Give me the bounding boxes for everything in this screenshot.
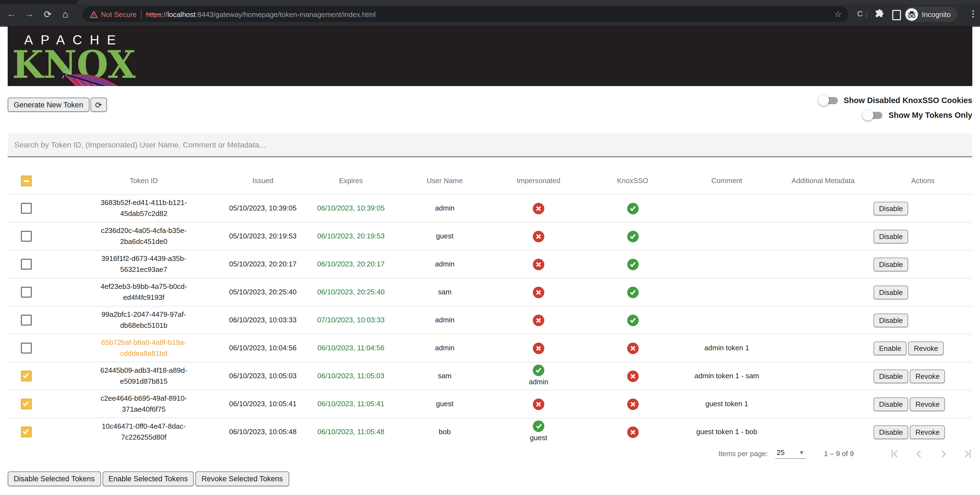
token-table-row: 99a2bfc1-2047-4479-97af-db68ebc5101b 06/…	[8, 306, 972, 334]
knoxsso-yes-icon	[627, 230, 638, 242]
disable-token-button[interactable]: Disable	[873, 201, 908, 215]
impersonated-user: guest	[530, 433, 547, 443]
url-separator: ://	[161, 10, 167, 18]
screen: ← → ⟳ ⌂ Not Secure https :// localhost :…	[0, 0, 980, 495]
row-checkbox[interactable]	[21, 315, 32, 325]
row-actions: DisableRevoke	[872, 397, 972, 411]
token-id: 10c46471-0ff0-4e47-8dac-7c226255d80f	[97, 421, 190, 443]
user-name: guest	[436, 231, 453, 242]
row-checkbox[interactable]	[21, 287, 32, 298]
bulk-actions: Disable Selected Tokens Enable Selected …	[8, 471, 291, 486]
items-per-page-label: Items per page:	[718, 449, 768, 458]
comment: admin token 1	[704, 343, 749, 354]
disable-token-button[interactable]: Disable	[873, 229, 908, 243]
impersonated-yes-icon	[533, 420, 544, 432]
show-disabled-knoxsso-toggle[interactable]	[819, 97, 838, 104]
revoke-token-button[interactable]: Revoke	[910, 397, 945, 411]
token-table-row: 3683b52f-ed41-411b-b121-45dab57c2d82 05/…	[8, 194, 972, 222]
disable-token-button[interactable]: Disable	[873, 285, 908, 299]
apache-feather-icon	[62, 71, 138, 86]
select-all-checkbox[interactable]	[21, 175, 32, 186]
impersonated-no-icon	[533, 203, 544, 214]
row-checkbox[interactable]	[21, 343, 32, 354]
disable-token-button[interactable]: Disable	[873, 313, 908, 327]
home-icon[interactable]: ⌂	[58, 6, 72, 22]
disable-token-button[interactable]: Disable	[873, 397, 908, 411]
token-id: 3683b52f-ed41-411b-b121-45dab57c2d82	[97, 197, 190, 219]
issued-date: 06/10/2023, 10:04:56	[229, 343, 297, 354]
user-name: guest	[436, 398, 453, 409]
token-table-row: 10c46471-0ff0-4e47-8dac-7c226255d80f 06/…	[8, 418, 972, 446]
url-scheme: https	[146, 10, 161, 18]
row-checkbox[interactable]	[21, 427, 32, 438]
expires-date: 06/10/2023, 10:39:05	[317, 203, 385, 214]
active-tab[interactable]	[0, 0, 78, 5]
last-page-icon[interactable]	[963, 449, 972, 459]
extension-c-icon[interactable]: C⋮	[857, 9, 870, 18]
disable-token-button[interactable]: Disable	[873, 425, 908, 439]
col-header-impersonated: Impersonated	[492, 175, 585, 186]
impersonated-no-icon	[533, 342, 544, 354]
row-checkbox[interactable]	[21, 259, 32, 270]
token-table-body: 3683b52f-ed41-411b-b121-45dab57c2d82 05/…	[8, 194, 972, 446]
row-checkbox[interactable]	[21, 371, 32, 382]
token-id: c236d20c-4a05-4cfa-b35e-2ba6dc451de0	[97, 225, 190, 248]
issued-date: 06/10/2023, 10:05:48	[229, 427, 297, 438]
row-actions: DisableRevoke	[872, 425, 972, 439]
forward-icon[interactable]: →	[22, 6, 36, 22]
user-name: sam	[438, 371, 451, 382]
user-name: admin	[435, 203, 455, 214]
address-bar[interactable]: Not Secure https :// localhost :8443/gat…	[82, 6, 848, 22]
back-icon[interactable]: ←	[5, 6, 19, 22]
issued-date: 06/10/2023, 10:03:33	[229, 315, 297, 325]
enable-selected-tokens-button[interactable]: Enable Selected Tokens	[102, 471, 194, 486]
token-table-row: 65b72baf-b8a0-4a8f-b19a-cdddea8a81bd 06/…	[8, 334, 972, 362]
toggle-label: Show My Tokens Only	[888, 111, 972, 119]
revoke-token-button[interactable]: Revoke	[910, 425, 945, 439]
incognito-icon	[905, 8, 918, 21]
col-header-comment: Comment	[680, 175, 774, 186]
knoxsso-no-icon	[627, 370, 638, 382]
first-page-icon[interactable]	[890, 449, 900, 459]
generate-new-token-button[interactable]: Generate New Token	[8, 98, 89, 112]
col-header-knoxsso: KnoxSSO	[585, 175, 680, 186]
incognito-badge: Incognito	[904, 6, 958, 22]
impersonated-no-icon	[533, 230, 544, 242]
revoke-token-button[interactable]: Revoke	[908, 341, 943, 355]
impersonated-no-icon	[533, 398, 544, 410]
issued-date: 05/10/2023, 20:20:17	[229, 259, 297, 270]
disable-selected-tokens-button[interactable]: Disable Selected Tokens	[8, 471, 101, 486]
table-header-row: Token ID Issued Expires User Name Impers…	[8, 168, 972, 194]
previous-page-icon[interactable]	[914, 449, 924, 459]
not-secure-label: Not Secure	[101, 10, 137, 18]
show-my-tokens-toggle[interactable]	[864, 111, 882, 119]
row-checkbox[interactable]	[21, 231, 32, 242]
revoke-selected-tokens-button[interactable]: Revoke Selected Tokens	[195, 471, 289, 486]
impersonated-user: admin	[529, 377, 549, 387]
disable-token-button[interactable]: Disable	[873, 369, 908, 383]
reload-icon[interactable]: ⟳	[41, 6, 55, 22]
user-name: bob	[439, 427, 450, 438]
impersonated-yes: guest	[530, 420, 547, 443]
revoke-token-button[interactable]: Revoke	[910, 369, 945, 383]
row-actions: EnableRevoke	[872, 341, 972, 355]
items-per-page-value: 25	[777, 448, 785, 457]
disable-token-button[interactable]: Disable	[873, 257, 908, 271]
comment: guest token 1 - bob	[696, 427, 757, 438]
search-input[interactable]	[8, 133, 972, 156]
apache-knox-header: APACHE KNOX	[8, 26, 972, 86]
browser-menu-icon[interactable]: ⋮	[969, 9, 977, 19]
enable-token-button[interactable]: Enable	[873, 341, 907, 355]
impersonated-no-icon	[533, 259, 544, 270]
omnibox-divider	[141, 10, 142, 19]
row-checkbox[interactable]	[21, 203, 32, 214]
items-per-page-select[interactable]: 25 ▼	[776, 448, 805, 459]
row-checkbox[interactable]	[21, 398, 32, 409]
expires-date: 06/10/2023, 11:04:56	[317, 343, 384, 354]
next-page-icon[interactable]	[938, 449, 948, 459]
refresh-tokens-button[interactable]: ⟳	[90, 98, 107, 112]
side-panel-icon[interactable]	[892, 10, 901, 20]
extensions-icon[interactable]	[875, 10, 885, 19]
bookmark-icon[interactable]: ☆	[834, 10, 842, 19]
controls-row: Generate New Token ⟳ Show Disabled KnoxS…	[8, 93, 972, 127]
